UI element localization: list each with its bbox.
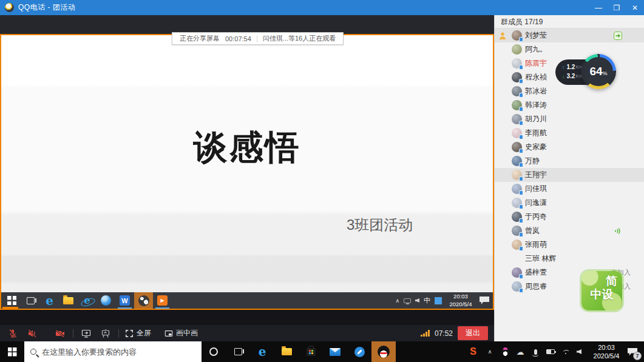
slide-subtitle: 3班团活动 [296,215,463,235]
bottom-dark-strip [0,310,494,325]
start-button[interactable] [2,292,21,309]
avatar [512,142,522,152]
member-row[interactable]: 张雨萌 [495,238,644,252]
member-name: 史家豪 [525,142,547,152]
microphone-muted-icon[interactable] [6,328,19,339]
mail-icon[interactable] [323,341,347,362]
start-button[interactable] [0,341,24,362]
pip-icon [164,329,173,338]
whiteboard-icon[interactable] [99,328,112,339]
system-tray: ∧☁ [481,347,589,357]
member-row[interactable]: 曾岚 [495,224,644,238]
member-row[interactable]: 万静 [495,154,644,168]
share-screen-icon[interactable] [80,328,93,339]
shared-screen-taskbar: eeW▶ ∧ 中 20:03 2020/5/4 [1,292,493,309]
device-icon[interactable] [404,298,411,303]
member-row[interactable]: 李雨航 [495,126,644,140]
battery-icon[interactable] [546,347,555,357]
cortana-button[interactable] [202,341,226,362]
speaker-muted-icon[interactable] [25,328,39,339]
task-view-button[interactable] [226,341,250,362]
search-input[interactable] [42,347,181,357]
qq-icon[interactable] [134,292,153,309]
top-dark-strip [0,15,494,34]
mic-tray-icon[interactable] [530,347,540,357]
member-name: 曾岚 [525,226,540,236]
browser-icon[interactable] [97,292,115,309]
cortana-button [209,347,218,356]
member-row[interactable]: 王翔宇 [495,168,644,182]
battery-icon [546,349,555,354]
edge-icon[interactable]: e [250,341,274,362]
member-row[interactable]: 于丙奇 [495,210,644,224]
download-arrow-icon: ↓ [562,73,565,79]
minimize-button[interactable]: — [589,0,608,15]
avatar [512,281,522,292]
ime-floating-logo[interactable]: 简 中设 [581,271,622,310]
chevron-up-icon[interactable]: ∧ [485,347,495,357]
memory-usage-ball[interactable]: 64% [581,54,616,89]
restore-button[interactable]: ❐ [608,0,626,15]
mobile-badge-icon [519,232,523,237]
owner-icon [498,32,507,40]
sogou-ime-icon[interactable]: S [465,346,481,357]
avatar [512,198,522,208]
sharing-duration: 00:07:54 [225,35,251,42]
member-row[interactable]: 阿九。 [495,42,644,56]
file-explorer-icon[interactable] [274,341,299,362]
mobile-badge-icon [519,288,523,293]
wps-presentation-icon: ▶ [157,295,168,306]
exit-call-button[interactable]: 退出 [458,326,488,340]
member-row[interactable]: 史家豪 [495,140,644,154]
task-view-button[interactable] [21,292,40,309]
fullscreen-button[interactable]: 全屏 [125,328,151,338]
browser-icon [101,295,111,306]
file-explorer-icon [63,297,73,304]
qq-icon[interactable] [371,341,396,362]
wifi-icon[interactable] [561,347,571,357]
chevron-up-icon[interactable]: ∧ [395,298,399,304]
ime-mode-icon[interactable] [435,297,442,304]
member-name: 李雨航 [525,128,547,138]
tool-icon[interactable] [347,341,371,362]
wps-presentation-icon[interactable]: ▶ [153,292,172,309]
member-row[interactable]: 刘梦莹 [495,28,644,42]
member-row[interactable]: 胡乃川 [495,112,644,126]
cloud-icon[interactable]: ☁ [515,347,525,357]
volume-muted-icon[interactable] [576,347,586,357]
taskbar-clock[interactable]: 20:03 2020/5/4 [589,343,623,361]
member-name: 三班 林辉 [525,253,556,264]
member-row[interactable]: 韩泽涛 [495,98,644,112]
member-panel: 群成员 17/19 刘梦莹阿九。陈震宇程永祯郭冰岩韩泽涛胡乃川李雨航史家豪万静王… [494,15,644,341]
edge-icon[interactable]: e [40,292,59,309]
taskbar-search[interactable] [24,341,202,362]
ime-language-indicator[interactable]: 中 [424,296,430,305]
action-center-button[interactable]: 7 [623,341,642,362]
avatar [512,72,522,82]
member-name: 陈震宇 [525,58,547,69]
member-row[interactable]: 三班 林辉 [495,252,644,266]
speaker-icon[interactable] [415,298,419,303]
member-row[interactable]: 闫逸潇 [495,196,644,210]
pip-button[interactable]: 画中画 [164,328,198,338]
tool-icon [354,347,365,357]
edge-icon: e [259,346,266,358]
camera-off-icon[interactable] [53,328,67,339]
shared-clock[interactable]: 20:03 2020/5/4 [446,293,475,308]
action-center-icon[interactable] [480,297,489,304]
member-name: 程永祯 [525,72,547,82]
member-row[interactable]: 闫佳琪 [495,182,644,196]
qq-tray-icon[interactable] [500,347,510,357]
file-explorer-icon[interactable] [59,292,78,309]
member-row[interactable]: 郭冰岩 [495,84,644,98]
store-icon[interactable] [299,341,323,362]
avatar [512,128,522,138]
mobile-badge-icon [519,218,523,223]
mobile-badge-icon [519,176,523,181]
avatar [512,184,522,194]
ie-icon[interactable]: e [78,292,97,309]
wps-icon[interactable]: W [115,292,134,309]
screen-share-area: 谈感悟 3班团活动 eeW▶ ∧ 中 20:03 2020/5/4 [0,15,494,341]
wps-icon: W [120,295,130,306]
close-button[interactable]: ✕ [626,0,644,15]
